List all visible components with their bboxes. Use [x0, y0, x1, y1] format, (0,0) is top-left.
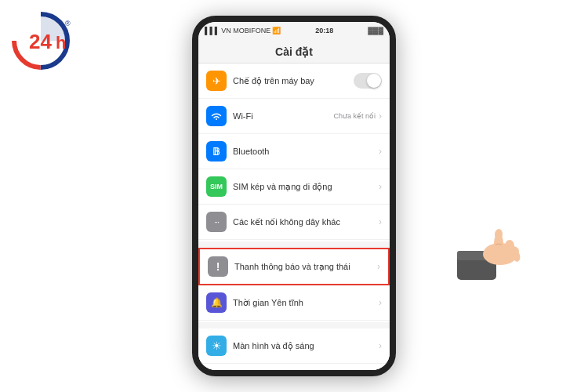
wifi-right: Chưa kết nối ›	[333, 111, 382, 122]
screen-brightness-label: Màn hình và độ sáng	[233, 341, 379, 351]
battery-icon: ▓▓▓	[368, 27, 383, 34]
hand-pointer	[453, 221, 539, 287]
wifi-status-icon: 📶	[272, 27, 281, 34]
status-bar: ▌▌▌ VN MOBIFONE 📶 20:18 ▓▓▓	[198, 22, 390, 39]
bluetooth-chevron: ›	[379, 146, 382, 157]
settings-item-sim[interactable]: SIM SIM kép và mạng di động ›	[198, 169, 390, 205]
status-right: ▓▓▓	[368, 27, 383, 34]
sim-chevron: ›	[379, 181, 382, 192]
wifi-status: Chưa kết nối	[333, 112, 376, 120]
logo-svg: 24 h ®	[12, 12, 82, 71]
screen-brightness-chevron: ›	[379, 340, 382, 351]
svg-text:24: 24	[29, 30, 52, 53]
phone-frame: ▌▌▌ VN MOBIFONE 📶 20:18 ▓▓▓ Cài đặt ✈ Ch…	[192, 16, 396, 376]
settings-item-airplane[interactable]: ✈ Chế độ trên máy bay	[198, 64, 390, 99]
signal-icon: ▌▌▌	[205, 27, 220, 34]
settings-item-wallpaper[interactable]: 🖼 Tạp chí về hình nền và màn hình khóa ›	[198, 364, 390, 376]
group-notifications: ! Thanh thông báo và trạng thái › 🔔 Thời…	[198, 248, 390, 321]
airplane-label: Chế độ trên máy bay	[233, 76, 354, 86]
settings-item-notification-status[interactable]: ! Thanh thông báo và trạng thái ›	[198, 248, 390, 285]
notification-status-icon: !	[208, 256, 228, 277]
toggle-knob	[367, 74, 381, 88]
wallpaper-label: Tạp chí về hình nền và màn hình khóa	[233, 372, 379, 377]
quiet-time-right: ›	[379, 297, 382, 308]
other-connections-icon: ···	[206, 212, 227, 232]
wifi-icon	[206, 106, 227, 126]
group-display: ☀ Màn hình và độ sáng › 🖼 Tạp chí về hìn…	[198, 328, 390, 376]
settings-item-wifi[interactable]: Wi-Fi Chưa kết nối ›	[198, 99, 390, 134]
notification-status-chevron: ›	[377, 261, 380, 272]
separator-1	[198, 241, 390, 248]
notification-status-right: ›	[377, 261, 380, 272]
hand-pointer-svg	[453, 221, 539, 284]
airplane-icon: ✈	[206, 71, 227, 91]
other-connections-right: ›	[379, 216, 382, 227]
notification-status-label: Thanh thông báo và trạng thái	[234, 262, 377, 272]
wallpaper-right: ›	[379, 376, 382, 376]
svg-text:h: h	[56, 33, 66, 53]
settings-item-bluetooth[interactable]: 𝔹 Bluetooth ›	[198, 134, 390, 169]
quiet-time-label: Thời gian Yên tĩnh	[233, 298, 379, 308]
sim-right: ›	[379, 181, 382, 192]
logo: 24 h ®	[12, 12, 90, 74]
quiet-time-icon: 🔔	[206, 292, 227, 313]
svg-text:®: ®	[65, 20, 71, 27]
status-left: ▌▌▌ VN MOBIFONE 📶	[205, 27, 281, 34]
sim-icon: SIM	[206, 176, 227, 197]
screen-brightness-icon: ☀	[206, 336, 227, 356]
airplane-right	[354, 73, 382, 89]
quiet-time-chevron: ›	[379, 297, 382, 308]
settings-title: Cài đặt	[275, 45, 313, 58]
wallpaper-chevron: ›	[379, 376, 382, 376]
settings-item-quiet-time[interactable]: 🔔 Thời gian Yên tĩnh ›	[198, 285, 390, 321]
sim-label: SIM kép và mạng di động	[233, 182, 379, 192]
bluetooth-right: ›	[379, 146, 382, 157]
group-connectivity: ✈ Chế độ trên máy bay Wi-Fi Chưa kết nối…	[198, 64, 390, 240]
carrier-text: VN MOBIFONE	[221, 27, 270, 34]
wifi-label: Wi-Fi	[233, 111, 333, 121]
airplane-toggle[interactable]	[354, 73, 382, 89]
settings-item-other-connections[interactable]: ··· Các kết nối không dây khác ›	[198, 205, 390, 240]
wifi-chevron: ›	[379, 111, 382, 122]
separator-2	[198, 322, 390, 328]
other-connections-chevron: ›	[379, 216, 382, 227]
other-connections-label: Các kết nối không dây khác	[233, 217, 379, 227]
settings-list: ✈ Chế độ trên máy bay Wi-Fi Chưa kết nối…	[198, 64, 390, 376]
settings-item-screen-brightness[interactable]: ☀ Màn hình và độ sáng ›	[198, 328, 390, 364]
bluetooth-label: Bluetooth	[233, 147, 379, 156]
settings-header: Cài đặt	[198, 39, 390, 64]
screen-brightness-right: ›	[379, 340, 382, 351]
time-display: 20:18	[315, 27, 333, 34]
bluetooth-icon: 𝔹	[206, 141, 227, 162]
wallpaper-icon: 🖼	[206, 371, 227, 376]
